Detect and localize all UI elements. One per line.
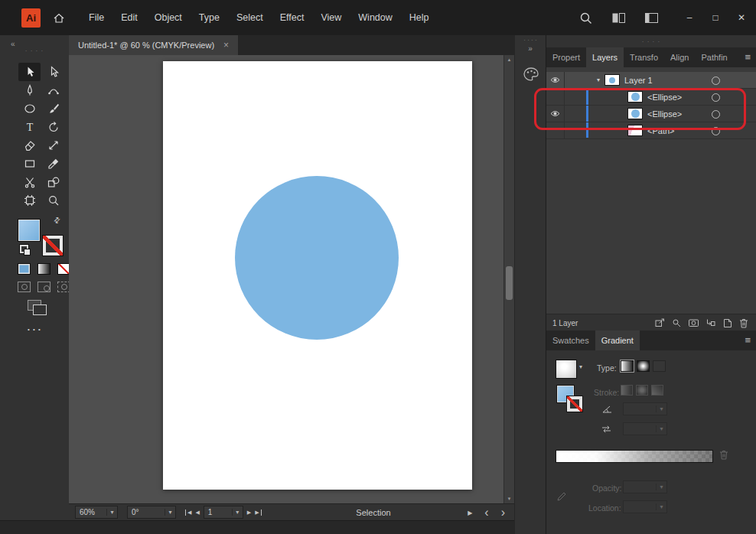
stroke-swatch[interactable] — [43, 236, 63, 256]
freeform-gradient-button[interactable] — [653, 360, 666, 372]
menu-type[interactable]: Type — [191, 8, 228, 28]
gradient-preset-swatch[interactable] — [556, 360, 577, 379]
tool-curvature[interactable] — [42, 81, 64, 99]
draw-normal-icon[interactable] — [18, 282, 31, 292]
maximize-button[interactable]: □ — [704, 8, 727, 27]
scroll-up-icon[interactable]: ▲ — [504, 57, 514, 62]
make-clip-mask-icon[interactable] — [689, 318, 699, 327]
lock-toggle[interactable] — [565, 122, 585, 138]
tool-rectangle[interactable] — [18, 155, 41, 173]
menu-view[interactable]: View — [312, 8, 350, 28]
artboard-number-select[interactable]: 1 ▾ — [204, 506, 243, 519]
menu-select[interactable]: Select — [228, 8, 272, 28]
workspace-switcher-icon[interactable] — [645, 13, 658, 23]
layer-target-icon[interactable] — [712, 77, 720, 85]
vertical-scrollbar[interactable]: ▲ ▼ — [503, 55, 514, 503]
canvas[interactable]: ▲ ▼ — [69, 55, 514, 503]
tool-direct-selection[interactable] — [42, 63, 64, 81]
expand-layer-icon[interactable]: ▾ — [592, 77, 604, 83]
screen-mode-button[interactable] — [28, 300, 47, 315]
new-layer-icon[interactable] — [722, 318, 732, 328]
menu-file[interactable]: File — [80, 8, 112, 28]
scrollbar-thumb[interactable] — [506, 266, 513, 300]
status-expand-icon[interactable]: ▶ — [468, 510, 472, 516]
chevron-down-icon[interactable]: ▾ — [579, 363, 582, 370]
panel-menu-icon[interactable]: ≡ — [745, 330, 751, 350]
swap-fill-stroke-icon[interactable]: ⇄ — [51, 215, 62, 226]
document-tab[interactable]: Untitled-1* @ 60 % (CMYK/Preview) × — [69, 35, 238, 55]
tool-eyedropper[interactable] — [42, 155, 64, 173]
panel-grip[interactable]: · · · · — [546, 35, 756, 47]
tab-swatches[interactable]: Swatches — [546, 330, 595, 350]
gradient-slider[interactable] — [556, 450, 713, 463]
layer-row[interactable]: <Ellipse> — [546, 106, 756, 122]
menu-window[interactable]: Window — [350, 8, 400, 28]
zoom-level-select[interactable]: 60% ▾ — [75, 506, 118, 519]
ellipse-shape[interactable] — [235, 176, 399, 340]
color-button[interactable] — [18, 263, 31, 275]
arrange-documents-icon[interactable] — [612, 13, 625, 23]
layer-row[interactable]: <Path> — [546, 122, 756, 139]
menu-effect[interactable]: Effect — [272, 8, 313, 28]
visibility-toggle[interactable] — [546, 72, 565, 88]
search-layers-icon[interactable] — [672, 318, 682, 327]
menu-object[interactable]: Object — [146, 8, 191, 28]
tab-properties[interactable]: Propert — [546, 47, 586, 67]
toolbar-grip[interactable]: · · · · — [0, 47, 69, 54]
tab-close-icon[interactable]: × — [223, 40, 229, 50]
fill-swatch[interactable] — [18, 220, 40, 241]
tool-paintbrush[interactable] — [42, 99, 64, 118]
tool-selection[interactable] — [18, 63, 41, 81]
tool-shape-builder[interactable] — [42, 173, 64, 191]
edit-toolbar-button[interactable]: • • • — [0, 326, 69, 333]
draw-behind-icon[interactable] — [37, 282, 51, 292]
tool-pen[interactable] — [18, 81, 41, 99]
dock-grip[interactable]: · · · · — [515, 37, 546, 44]
layer-target-icon[interactable] — [712, 93, 720, 102]
gradient-button[interactable] — [37, 263, 51, 275]
gradient-stroke-swatch[interactable] — [567, 396, 582, 412]
tool-type[interactable]: T — [18, 118, 41, 136]
locate-object-icon[interactable] — [655, 318, 665, 327]
reverse-gradient-icon[interactable] — [601, 424, 612, 435]
visibility-toggle[interactable] — [546, 122, 565, 138]
color-panel-icon[interactable] — [520, 64, 541, 85]
visibility-toggle[interactable] — [546, 106, 565, 122]
layer-target-icon[interactable] — [712, 110, 720, 119]
last-artboard-icon[interactable]: ▶ — [255, 510, 261, 516]
tab-gradient[interactable]: Gradient — [595, 330, 640, 350]
scroll-down-icon[interactable]: ▼ — [504, 497, 514, 501]
tool-artboard[interactable] — [18, 191, 41, 210]
tool-ellipse[interactable] — [18, 99, 41, 118]
layer-row[interactable]: ▾ Layer 1 — [546, 72, 756, 89]
artboard[interactable] — [163, 61, 472, 490]
expand-panels-icon[interactable]: » — [515, 44, 546, 53]
home-icon[interactable] — [53, 12, 65, 24]
tool-rotate[interactable] — [42, 118, 64, 136]
app-logo[interactable]: Ai — [21, 8, 41, 28]
lock-toggle[interactable] — [565, 89, 585, 105]
scroll-right-icon[interactable]: › — [501, 506, 505, 519]
delete-layer-icon[interactable] — [739, 318, 748, 328]
tab-pathfinder[interactable]: Pathfin — [695, 47, 733, 67]
tab-transform[interactable]: Transfo — [624, 47, 664, 67]
previous-artboard-icon[interactable]: ◀ — [195, 510, 199, 516]
first-artboard-icon[interactable]: ◀ — [185, 510, 191, 516]
tool-eraser[interactable] — [18, 136, 41, 155]
tool-scale[interactable] — [42, 136, 64, 155]
lock-toggle[interactable] — [565, 72, 585, 88]
tool-zoom[interactable] — [42, 191, 64, 210]
scroll-left-icon[interactable]: ‹ — [484, 506, 488, 519]
tab-layers[interactable]: Layers — [586, 47, 624, 67]
search-icon[interactable] — [579, 11, 592, 24]
minimize-button[interactable]: – — [678, 8, 701, 27]
radial-gradient-button[interactable] — [637, 360, 650, 372]
tab-align[interactable]: Align — [664, 47, 695, 67]
lock-toggle[interactable] — [565, 106, 585, 122]
visibility-toggle[interactable] — [546, 89, 565, 105]
new-sublayer-icon[interactable] — [705, 318, 715, 327]
rotation-select[interactable]: 0° ▾ — [127, 506, 176, 519]
menu-edit[interactable]: Edit — [112, 8, 146, 28]
tool-scissors[interactable] — [18, 173, 41, 191]
next-artboard-icon[interactable]: ▶ — [247, 510, 251, 516]
